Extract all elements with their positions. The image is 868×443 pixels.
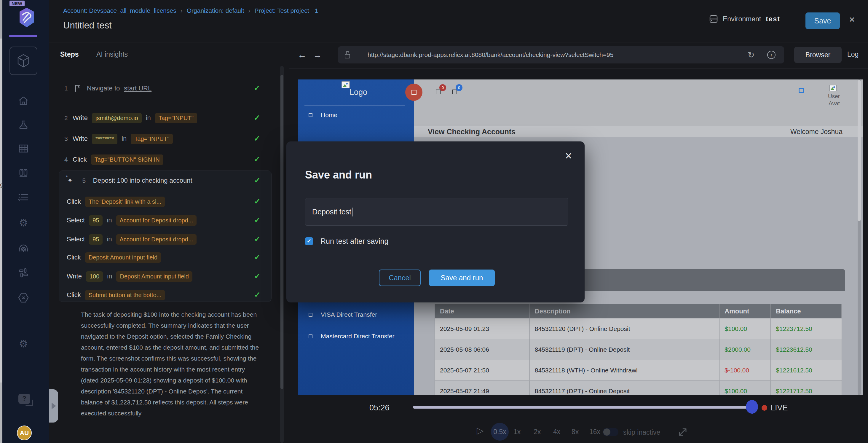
cell-amount: $2000.00 — [719, 339, 771, 360]
step-target-badge[interactable]: Deposit Amount input field — [85, 252, 161, 263]
cell-description: 845321120 (DPT) - Online Deposit — [530, 319, 720, 339]
substep-row[interactable]: Click Deposit Amount input field — [67, 252, 161, 263]
step-group-header[interactable]: ✦ 5 Deposit 100 into checking account — [67, 175, 192, 186]
speed-0-5x-button[interactable]: 0.5x — [491, 423, 509, 441]
substep-row[interactable]: Click The 'Deposit' link with a si... — [67, 196, 165, 207]
timeline-track[interactable] — [413, 406, 751, 409]
play-button[interactable]: ▷ — [477, 425, 484, 436]
sidebar-item-integrations[interactable] — [0, 267, 47, 278]
start-url-link[interactable]: start URL — [124, 85, 152, 92]
sidebar-item-checklist[interactable] — [0, 193, 47, 202]
sidebar-item-lab[interactable] — [0, 120, 47, 129]
step-value-badge[interactable]: ******** — [92, 134, 117, 144]
table-row[interactable]: 2025-05-07 21:49 845321117 (DPT) - Onlin… — [435, 380, 842, 395]
tab-ai-insights[interactable]: AI insights — [96, 51, 128, 58]
step-target-badge[interactable]: Deposit Amount input field — [116, 271, 192, 282]
step-target-badge[interactable]: Account for Deposit dropd... — [116, 234, 197, 245]
step-group[interactable]: ✦ 5 Deposit 100 into checking account ✓ … — [59, 171, 272, 302]
step-row[interactable]: 3 Write ******** in Tag="INPUT" — [64, 134, 173, 144]
modal-close-icon[interactable]: × — [565, 150, 572, 161]
bank-checkbox-artifact[interactable] — [799, 88, 804, 93]
table-row[interactable]: 2025-05-09 01:23 845321120 (DPT) - Onlin… — [435, 318, 842, 339]
browser-forward-icon[interactable]: → — [313, 51, 322, 59]
bank-nav-mastercard-transfer[interactable]: Mastercard Direct Transfer — [309, 333, 395, 340]
bank-message-icon[interactable] — [453, 90, 457, 94]
bank-menu-broken-image-button[interactable] — [405, 84, 423, 101]
breadcrumb-organization[interactable]: Organization: default — [187, 7, 244, 14]
url-bar[interactable]: http://stage.dbank.prod-apps.relicx.ai:8… — [338, 46, 784, 63]
reload-icon[interactable]: ↻ — [748, 46, 754, 63]
sidebar-item-home[interactable] — [0, 96, 47, 106]
breadcrumb-account[interactable]: Account: Devspace_all_module_licenses — [63, 7, 176, 14]
sidebar-item-suites[interactable] — [0, 144, 47, 153]
step-target-badge[interactable]: Tag="BUTTON" SIGN IN — [91, 154, 163, 165]
step-value-badge[interactable]: 95 — [89, 234, 102, 245]
bank-notification-icon[interactable] — [436, 90, 440, 94]
close-icon[interactable]: × — [849, 14, 855, 24]
step-group-title: Deposit 100 into checking account — [93, 177, 192, 184]
substep-row[interactable]: Select 95 in Account for Deposit dropd..… — [67, 234, 196, 245]
fullscreen-expand-icon[interactable] — [678, 427, 688, 437]
info-icon[interactable]: i — [767, 51, 776, 59]
expand-drawer-handle[interactable] — [49, 389, 58, 422]
cancel-button[interactable]: Cancel — [379, 269, 421, 286]
help-chat-icon[interactable]: ? — [19, 394, 30, 404]
substep-row[interactable]: Select 95 in Account for Deposit dropd..… — [67, 215, 196, 226]
bank-nav-visa-transfer[interactable]: VISA Direct Transfer — [309, 311, 377, 318]
step-action: Write — [73, 135, 88, 143]
step-number: 3 — [64, 135, 68, 142]
speed-1x-button[interactable]: 1x — [514, 428, 521, 436]
step-success-check-icon: ✓ — [254, 134, 260, 143]
save-and-run-button[interactable]: Save and run — [429, 269, 495, 286]
sidebar-item-support-sessions[interactable] — [0, 242, 47, 253]
new-badge: NEW — [9, 1, 25, 6]
step-number: 1 — [64, 85, 68, 92]
support-agent-icon — [18, 242, 29, 253]
sidebar-item-settings[interactable]: ⚙ — [0, 218, 47, 228]
app-logo[interactable] — [19, 7, 35, 29]
speed-8x-button[interactable]: 8x — [571, 428, 579, 436]
step-value-badge[interactable]: 95 — [89, 215, 102, 226]
sidebar-item-tests[interactable] — [9, 47, 37, 75]
skip-inactive-toggle[interactable] — [603, 428, 618, 436]
step-target-badge[interactable]: Account for Deposit dropd... — [116, 215, 197, 226]
step-row[interactable]: 4 Click Tag="BUTTON" SIGN IN — [64, 154, 163, 165]
step-success-check-icon: ✓ — [254, 272, 260, 281]
breadcrumb-project[interactable]: Project: Test project - 1 — [255, 7, 318, 14]
step-row[interactable]: 2 Write jsmith@demo.io in Tag="INPUT" — [64, 113, 197, 123]
step-value-badge[interactable]: jsmith@demo.io — [92, 113, 142, 123]
tab-browser[interactable]: Browser — [794, 47, 842, 63]
bank-scrollbar-thumb[interactable] — [858, 80, 861, 221]
speed-4x-button[interactable]: 4x — [553, 428, 560, 436]
step-target-badge[interactable]: Tag="INPUT" — [131, 134, 173, 144]
steps-scrollbar-thumb[interactable] — [280, 75, 283, 389]
sidebar-item-runs[interactable] — [0, 169, 47, 178]
sidebar-item-links[interactable] — [0, 292, 47, 303]
tab-steps[interactable]: Steps — [60, 51, 79, 58]
step-row[interactable]: 1 Navigate to start URL — [64, 83, 152, 94]
timeline-knob[interactable] — [746, 400, 758, 414]
step-value-badge[interactable]: 100 — [86, 271, 103, 282]
speed-16x-button[interactable]: 16x — [589, 428, 600, 436]
speed-2x-button[interactable]: 2x — [534, 428, 541, 436]
run-after-saving-checkbox[interactable]: ✓ — [305, 237, 313, 245]
url-text[interactable]: http://stage.dbank.prod-apps.relicx.ai:8… — [368, 51, 613, 58]
substep-row[interactable]: Write 100 in Deposit Amount input field — [67, 271, 192, 282]
step-target-badge[interactable]: Tag="INPUT" — [155, 113, 197, 123]
step-target-badge[interactable]: The 'Deposit' link with a si... — [85, 197, 165, 207]
bank-nav-home[interactable]: Home — [309, 112, 337, 119]
table-row[interactable]: 2025-05-07 21:50 845321118 (WTH) - Onlin… — [435, 360, 842, 380]
test-name-input[interactable]: Deposit test — [305, 198, 568, 226]
step-target-badge[interactable]: Submit button at the botto... — [85, 290, 165, 300]
substep-row[interactable]: Click Submit button at the botto... — [67, 290, 165, 300]
table-row[interactable]: 2025-05-08 06:06 845321119 (DPT) - Onlin… — [435, 339, 842, 360]
table-header-balance: Balance — [771, 304, 842, 318]
breadcrumb-separator: › — [181, 7, 183, 14]
sidebar-item-admin-settings[interactable]: ⚙ — [0, 338, 47, 349]
browser-back-icon[interactable]: ← — [298, 51, 307, 59]
tab-log[interactable]: Log — [847, 51, 859, 58]
save-button[interactable]: Save — [805, 12, 840, 29]
environment-value[interactable]: test — [766, 15, 780, 23]
user-avatar[interactable]: AU — [17, 425, 32, 440]
sidebar-divider — [13, 320, 39, 320]
